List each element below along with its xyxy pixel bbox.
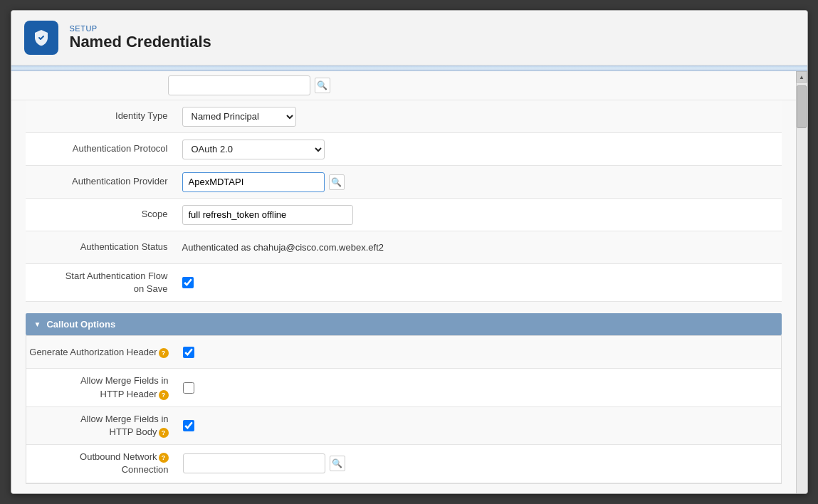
- callout-options-label: Callout Options: [46, 319, 115, 330]
- auth-status-value: Authenticated as chahuja@cisco.com.webex…: [182, 242, 384, 253]
- allow-merge-http-header-row: Allow Merge Fields inHTTP Header?: [26, 369, 781, 406]
- identity-type-control: Named Principal Per User: [182, 107, 782, 127]
- identity-type-select[interactable]: Named Principal Per User: [182, 107, 296, 127]
- gen-auth-header-help-icon[interactable]: ?: [159, 348, 169, 358]
- auth-protocol-row: Authentication Protocol OAuth 2.0 Passwo…: [26, 133, 782, 166]
- auth-provider-row: Authentication Provider 🔍: [26, 166, 782, 199]
- main-window: SETUP Named Credentials 🔍 Identity Type: [11, 10, 808, 494]
- scrollbar-up-button[interactable]: ▲: [796, 71, 807, 83]
- gen-auth-header-control: [183, 347, 781, 358]
- outbound-network-row: Outbound Network?Connection 🔍: [26, 445, 781, 483]
- setup-label: SETUP: [70, 24, 211, 33]
- scrollbar-track: ▲: [796, 71, 807, 493]
- scope-input[interactable]: [182, 205, 353, 225]
- scope-row: Scope: [26, 199, 782, 231]
- content-area: 🔍 Identity Type Named Principal Per User: [11, 71, 807, 493]
- auth-provider-input[interactable]: [182, 172, 325, 192]
- callout-options-section: Generate Authorization Header? Allow Mer…: [26, 335, 782, 483]
- scrollbar-thumb[interactable]: [797, 85, 807, 128]
- page-header: SETUP Named Credentials: [11, 11, 807, 65]
- collapse-triangle-icon[interactable]: ▼: [34, 320, 41, 328]
- main-content: 🔍 Identity Type Named Principal Per User: [11, 71, 796, 493]
- allow-merge-http-body-row: Allow Merge Fields inHTTP Body?: [26, 407, 781, 445]
- page-title: Named Credentials: [70, 33, 211, 51]
- gen-auth-header-label: Generate Authorization Header?: [26, 346, 183, 359]
- form-section: Identity Type Named Principal Per User A…: [11, 100, 796, 493]
- auth-provider-label: Authentication Provider: [26, 175, 182, 188]
- header-icon: [24, 21, 58, 55]
- partial-lookup-icon[interactable]: 🔍: [315, 78, 330, 93]
- gen-auth-header-checkbox[interactable]: [183, 347, 194, 358]
- allow-merge-http-header-label: Allow Merge Fields inHTTP Header?: [26, 374, 183, 400]
- header-text: SETUP Named Credentials: [70, 24, 211, 51]
- allow-merge-http-body-checkbox[interactable]: [183, 420, 194, 431]
- scope-label: Scope: [26, 208, 182, 221]
- allow-merge-http-body-control: [183, 420, 781, 431]
- auth-status-label: Authentication Status: [26, 241, 182, 253]
- auth-protocol-select[interactable]: OAuth 2.0 Password Certificate No Authen…: [182, 140, 325, 159]
- start-auth-row: Start Authentication Flowon Save: [26, 264, 782, 302]
- outbound-network-control: 🔍: [183, 453, 781, 473]
- outbound-network-lookup-icon[interactable]: 🔍: [330, 456, 345, 471]
- start-auth-checkbox[interactable]: [182, 277, 194, 288]
- partial-top-row: 🔍: [11, 71, 796, 100]
- scope-control: [182, 205, 782, 225]
- allow-merge-http-header-control: [183, 382, 781, 394]
- outbound-network-input[interactable]: [183, 453, 325, 473]
- partial-input[interactable]: [168, 75, 310, 95]
- allow-merge-http-header-help-icon[interactable]: ?: [159, 390, 169, 400]
- allow-merge-http-body-label: Allow Merge Fields inHTTP Body?: [26, 413, 183, 439]
- partial-control: 🔍: [168, 75, 796, 95]
- auth-provider-control: 🔍: [182, 172, 782, 192]
- outbound-network-help-icon[interactable]: ?: [159, 453, 169, 463]
- identity-type-label: Identity Type: [26, 110, 182, 122]
- allow-merge-http-header-checkbox[interactable]: [183, 382, 194, 394]
- gen-auth-header-row: Generate Authorization Header?: [26, 336, 781, 369]
- identity-type-row: Identity Type Named Principal Per User: [26, 100, 782, 133]
- start-auth-label: Start Authentication Flowon Save: [26, 270, 182, 295]
- auth-protocol-label: Authentication Protocol: [26, 142, 182, 155]
- auth-status-row: Authentication Status Authenticated as c…: [26, 231, 782, 264]
- outbound-network-label: Outbound Network?Connection: [26, 451, 183, 476]
- auth-provider-lookup-icon[interactable]: 🔍: [329, 174, 345, 190]
- decorative-band: [11, 65, 807, 71]
- allow-merge-http-body-help-icon[interactable]: ?: [159, 428, 169, 438]
- start-auth-control: [182, 277, 782, 288]
- callout-options-header: ▼ Callout Options: [26, 313, 782, 335]
- auth-status-control: Authenticated as chahuja@cisco.com.webex…: [182, 242, 782, 253]
- auth-protocol-control: OAuth 2.0 Password Certificate No Authen…: [182, 140, 782, 159]
